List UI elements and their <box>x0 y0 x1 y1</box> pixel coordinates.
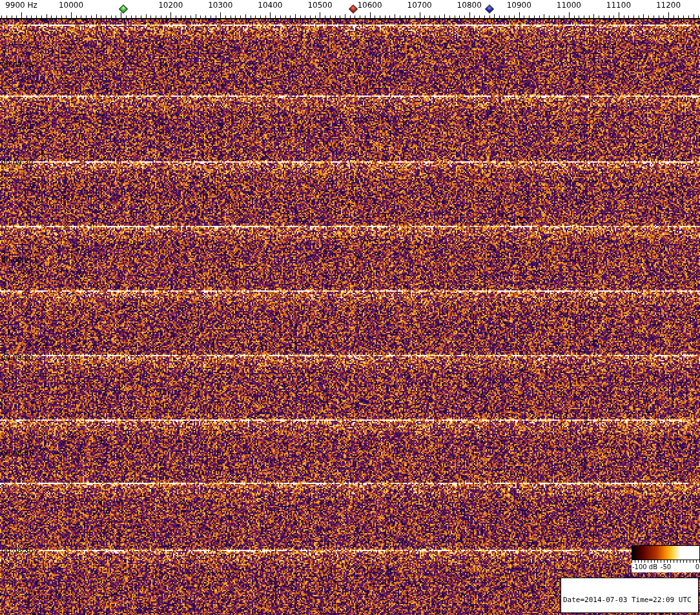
spectrogram-screen: 00:09:4500:09:3000:09:1500:09:0000:08:45… <box>0 0 700 615</box>
status-info-box: Date=2014-07-03 Time=22:09 UTC Freq=143 … <box>561 578 699 613</box>
info-date-time: Date=2014-07-03 Time=22:09 UTC <box>563 596 696 604</box>
db-gradient-bar <box>632 545 700 560</box>
db-label-mid: -50 <box>661 563 671 570</box>
frequency-markers <box>0 0 700 19</box>
waterfall-display[interactable] <box>0 19 700 615</box>
marker-green-icon[interactable] <box>119 5 128 14</box>
db-legend-labels: -100 dB -50 0 <box>632 563 700 572</box>
marker-red-icon[interactable] <box>349 5 358 14</box>
db-color-legend: -100 dB -50 0 <box>632 545 700 572</box>
marker-blue-icon[interactable] <box>484 5 493 14</box>
db-label-min: -100 dB <box>632 563 657 570</box>
db-label-max: 0 <box>695 563 699 570</box>
